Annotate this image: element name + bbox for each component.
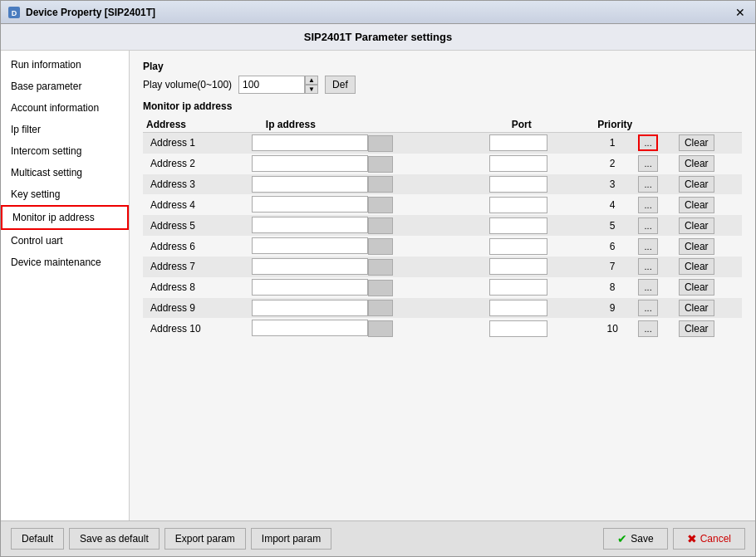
play-row: Play volume(0~100) ▲ ▼ Def	[143, 76, 742, 94]
clear-button-7[interactable]: Clear	[679, 258, 714, 275]
priority-9: 9	[589, 298, 636, 319]
monitor-section-title: Monitor ip address	[143, 100, 742, 112]
sidebar-item-intercom-setting[interactable]: Intercom setting	[1, 140, 129, 162]
volume-spinner: ▲ ▼	[238, 76, 318, 94]
address-label-10: Address 10	[145, 321, 206, 336]
priority-7: 7	[589, 257, 636, 277]
clear-button-5[interactable]: Clear	[679, 217, 714, 234]
port-input-1[interactable]	[489, 134, 547, 151]
ip-input-10[interactable]	[252, 320, 368, 336]
table-row: Address 9 9 ... Clear	[143, 298, 742, 319]
spin-down-button[interactable]: ▼	[305, 85, 318, 94]
sidebar: Run information Base parameter Account i…	[1, 51, 130, 520]
port-input-5[interactable]	[489, 217, 547, 234]
port-input-7[interactable]	[489, 258, 547, 275]
priority-8: 8	[589, 277, 636, 298]
port-input-2[interactable]	[489, 155, 547, 172]
clear-button-9[interactable]: Clear	[679, 300, 714, 316]
clear-button-4[interactable]: Clear	[679, 197, 714, 213]
port-input-3[interactable]	[489, 176, 547, 193]
port-input-9[interactable]	[489, 300, 547, 316]
ip-input-1[interactable]	[252, 134, 368, 151]
volume-input[interactable]	[238, 76, 305, 94]
spin-buttons: ▲ ▼	[305, 76, 318, 94]
sidebar-item-device-maintenance[interactable]: Device maintenance	[1, 252, 129, 273]
port-input-6[interactable]	[489, 238, 547, 255]
sidebar-item-key-setting[interactable]: Key setting	[1, 183, 129, 205]
content-area: Run information Base parameter Account i…	[1, 51, 755, 520]
priority-3: 3	[589, 174, 636, 195]
sidebar-item-ip-filter[interactable]: Ip filter	[1, 119, 129, 140]
priority-10: 10	[589, 318, 636, 339]
sidebar-item-account-information[interactable]: Account information	[1, 97, 129, 119]
address-label-1: Address 1	[145, 135, 200, 150]
address-label-3: Address 3	[145, 177, 200, 192]
table-row: Address 2 2 ... Clear	[143, 154, 742, 174]
clear-button-2[interactable]: Clear	[679, 155, 714, 172]
priority-5: 5	[589, 215, 636, 236]
clear-button-3[interactable]: Clear	[679, 176, 714, 193]
svg-text:D: D	[12, 9, 17, 17]
clear-button-6[interactable]: Clear	[679, 238, 714, 255]
table-row: Address 4 4 ... Clear	[143, 194, 742, 215]
ip-input-8[interactable]	[252, 279, 368, 296]
dots-button-7[interactable]: ...	[638, 258, 658, 275]
ip-input-4[interactable]	[252, 196, 368, 213]
clear-button-10[interactable]: Clear	[679, 320, 714, 337]
ip-input-9[interactable]	[252, 300, 368, 316]
def-button[interactable]: Def	[325, 76, 356, 94]
check-icon: ✔	[617, 532, 627, 545]
clear-button-1[interactable]: Clear	[679, 134, 714, 151]
priority-6: 6	[589, 236, 636, 257]
dots-button-10[interactable]: ...	[638, 320, 658, 337]
table-row: Address 3 3 ... Clear	[143, 174, 742, 195]
sidebar-item-control-uart[interactable]: Control uart	[1, 230, 129, 252]
default-button[interactable]: Default	[11, 528, 64, 550]
port-input-4[interactable]	[489, 197, 547, 213]
priority-2: 2	[589, 154, 636, 174]
dots-button-3[interactable]: ...	[638, 176, 658, 193]
import-param-button[interactable]: Import param	[251, 528, 331, 550]
dots-button-5[interactable]: ...	[638, 217, 658, 234]
table-row: Address 6 6 ... Clear	[143, 236, 742, 257]
dots-button-2[interactable]: ...	[638, 155, 658, 172]
export-param-button[interactable]: Export param	[164, 528, 246, 550]
sidebar-item-run-information[interactable]: Run information	[1, 54, 129, 76]
port-input-10[interactable]	[489, 320, 547, 337]
table-row: Address 1 1 ... Clear	[143, 133, 742, 154]
table-row: Address 8 8 ... Clear	[143, 277, 742, 298]
sidebar-item-monitor-ip-address[interactable]: Monitor ip address	[1, 205, 129, 230]
address-label-7: Address 7	[145, 259, 200, 274]
dialog-header: SIP2401T Parameter settings	[1, 24, 755, 51]
priority-1: 1	[589, 133, 636, 154]
window-icon: D	[7, 6, 21, 19]
ip-input-5[interactable]	[252, 217, 368, 233]
col-priority-header: Priority	[589, 117, 636, 133]
dialog-title: SIP2401T Parameter settings	[304, 31, 452, 43]
dots-button-1[interactable]: ...	[638, 134, 658, 151]
dots-button-8[interactable]: ...	[638, 279, 658, 296]
save-button[interactable]: ✔ Save	[603, 528, 667, 550]
port-input-8[interactable]	[489, 279, 547, 296]
sidebar-item-multicast-setting[interactable]: Multicast setting	[1, 162, 129, 183]
table-row: Address 10 10 ... Clear	[143, 318, 742, 339]
footer: Default Save as default Export param Imp…	[1, 520, 755, 556]
address-label-8: Address 8	[145, 280, 200, 295]
ip-input-6[interactable]	[252, 237, 368, 254]
dots-button-4[interactable]: ...	[638, 197, 658, 213]
spin-up-button[interactable]: ▲	[305, 76, 318, 85]
table-row: Address 5 5 ... Clear	[143, 215, 742, 236]
ip-input-3[interactable]	[252, 176, 368, 193]
dots-button-9[interactable]: ...	[638, 300, 658, 316]
sidebar-item-base-parameter[interactable]: Base parameter	[1, 76, 129, 97]
dots-button-6[interactable]: ...	[638, 238, 658, 255]
save-as-default-button[interactable]: Save as default	[69, 528, 160, 550]
close-button[interactable]: ✕	[732, 4, 749, 21]
ip-input-7[interactable]	[252, 258, 368, 275]
address-label-6: Address 6	[145, 239, 200, 254]
main-content: Play Play volume(0~100) ▲ ▼ Def Monitor …	[130, 51, 755, 520]
clear-button-8[interactable]: Clear	[679, 279, 714, 296]
title-bar: D Device Property [SIP2401T] ✕	[1, 1, 755, 24]
cancel-button[interactable]: ✖ Cancel	[673, 528, 745, 550]
ip-input-2[interactable]	[252, 155, 368, 172]
